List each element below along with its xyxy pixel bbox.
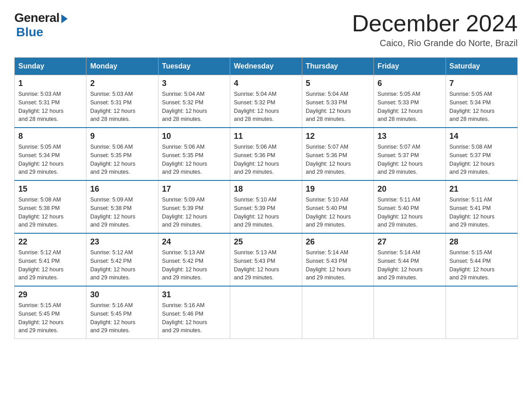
day-number: 19	[306, 184, 370, 194]
calendar-week-3: 15Sunrise: 5:08 AMSunset: 5:38 PMDayligh…	[15, 180, 518, 233]
table-row	[374, 286, 446, 339]
table-row: 6Sunrise: 5:05 AMSunset: 5:33 PMDaylight…	[374, 75, 446, 128]
page-header: General Blue December 2024 Caico, Rio Gr…	[14, 11, 518, 48]
table-row: 1Sunrise: 5:03 AMSunset: 5:31 PMDaylight…	[15, 75, 86, 128]
table-row: 12Sunrise: 5:07 AMSunset: 5:36 PMDayligh…	[302, 128, 373, 180]
header-saturday: Saturday	[446, 58, 517, 75]
header-wednesday: Wednesday	[230, 58, 302, 75]
day-info: Sunrise: 5:04 AMSunset: 5:33 PMDaylight:…	[306, 90, 370, 124]
table-row: 21Sunrise: 5:11 AMSunset: 5:41 PMDayligh…	[446, 180, 517, 233]
table-row: 11Sunrise: 5:06 AMSunset: 5:36 PMDayligh…	[230, 128, 302, 180]
table-row: 19Sunrise: 5:10 AMSunset: 5:40 PMDayligh…	[302, 180, 373, 233]
day-info: Sunrise: 5:12 AMSunset: 5:42 PMDaylight:…	[90, 248, 154, 282]
table-row: 20Sunrise: 5:11 AMSunset: 5:40 PMDayligh…	[374, 180, 446, 233]
calendar-week-1: 1Sunrise: 5:03 AMSunset: 5:31 PMDaylight…	[15, 75, 518, 128]
table-row: 16Sunrise: 5:09 AMSunset: 5:38 PMDayligh…	[86, 180, 158, 233]
table-row: 9Sunrise: 5:06 AMSunset: 5:35 PMDaylight…	[86, 128, 158, 180]
day-info: Sunrise: 5:04 AMSunset: 5:32 PMDaylight:…	[162, 90, 226, 124]
calendar-header-row: SundayMondayTuesdayWednesdayThursdayFrid…	[15, 58, 518, 75]
day-info: Sunrise: 5:16 AMSunset: 5:46 PMDaylight:…	[162, 301, 226, 335]
logo-general-text: General	[14, 11, 60, 25]
table-row: 7Sunrise: 5:05 AMSunset: 5:34 PMDaylight…	[446, 75, 517, 128]
header-sunday: Sunday	[15, 58, 86, 75]
day-number: 11	[234, 132, 298, 141]
day-number: 3	[162, 79, 226, 88]
day-number: 13	[378, 132, 442, 141]
table-row: 2Sunrise: 5:03 AMSunset: 5:31 PMDaylight…	[86, 75, 158, 128]
day-info: Sunrise: 5:08 AMSunset: 5:38 PMDaylight:…	[18, 196, 82, 229]
table-row: 5Sunrise: 5:04 AMSunset: 5:33 PMDaylight…	[302, 75, 373, 128]
table-row: 29Sunrise: 5:15 AMSunset: 5:45 PMDayligh…	[15, 286, 86, 339]
table-row: 14Sunrise: 5:08 AMSunset: 5:37 PMDayligh…	[446, 128, 517, 180]
day-number: 31	[162, 290, 226, 300]
day-number: 14	[450, 132, 514, 141]
table-row: 31Sunrise: 5:16 AMSunset: 5:46 PMDayligh…	[158, 286, 230, 339]
table-row: 30Sunrise: 5:16 AMSunset: 5:45 PMDayligh…	[86, 286, 158, 339]
day-number: 1	[18, 79, 82, 88]
day-info: Sunrise: 5:05 AMSunset: 5:34 PMDaylight:…	[18, 143, 82, 176]
day-number: 15	[18, 184, 82, 194]
title-section: December 2024 Caico, Rio Grande do Norte…	[352, 11, 518, 48]
day-number: 17	[162, 184, 226, 194]
day-number: 18	[234, 184, 298, 194]
day-info: Sunrise: 5:11 AMSunset: 5:41 PMDaylight:…	[450, 196, 514, 229]
day-info: Sunrise: 5:12 AMSunset: 5:41 PMDaylight:…	[18, 248, 82, 282]
table-row: 10Sunrise: 5:06 AMSunset: 5:35 PMDayligh…	[158, 128, 230, 180]
day-number: 28	[450, 237, 514, 247]
day-info: Sunrise: 5:03 AMSunset: 5:31 PMDaylight:…	[90, 90, 154, 124]
table-row: 8Sunrise: 5:05 AMSunset: 5:34 PMDaylight…	[15, 128, 86, 180]
day-number: 30	[90, 290, 154, 300]
day-number: 10	[162, 132, 226, 141]
day-number: 12	[306, 132, 370, 141]
header-thursday: Thursday	[302, 58, 373, 75]
header-friday: Friday	[374, 58, 446, 75]
day-number: 21	[450, 184, 514, 194]
day-info: Sunrise: 5:06 AMSunset: 5:35 PMDaylight:…	[162, 143, 226, 176]
table-row: 13Sunrise: 5:07 AMSunset: 5:37 PMDayligh…	[374, 128, 446, 180]
day-info: Sunrise: 5:08 AMSunset: 5:37 PMDaylight:…	[450, 143, 514, 176]
table-row: 22Sunrise: 5:12 AMSunset: 5:41 PMDayligh…	[15, 233, 86, 286]
day-number: 7	[450, 79, 514, 88]
calendar-week-4: 22Sunrise: 5:12 AMSunset: 5:41 PMDayligh…	[15, 233, 518, 286]
day-number: 9	[90, 132, 154, 141]
table-row	[302, 286, 373, 339]
day-number: 29	[18, 290, 82, 300]
day-info: Sunrise: 5:13 AMSunset: 5:42 PMDaylight:…	[162, 248, 226, 282]
day-number: 27	[378, 237, 442, 247]
day-info: Sunrise: 5:16 AMSunset: 5:45 PMDaylight:…	[90, 301, 154, 335]
table-row: 25Sunrise: 5:13 AMSunset: 5:43 PMDayligh…	[230, 233, 302, 286]
day-info: Sunrise: 5:03 AMSunset: 5:31 PMDaylight:…	[18, 90, 82, 124]
day-number: 8	[18, 132, 82, 141]
day-info: Sunrise: 5:04 AMSunset: 5:32 PMDaylight:…	[234, 90, 298, 124]
logo-arrow-icon	[61, 14, 68, 23]
day-info: Sunrise: 5:13 AMSunset: 5:43 PMDaylight:…	[234, 248, 298, 282]
day-info: Sunrise: 5:15 AMSunset: 5:44 PMDaylight:…	[450, 248, 514, 282]
day-info: Sunrise: 5:06 AMSunset: 5:36 PMDaylight:…	[234, 143, 298, 176]
calendar-week-5: 29Sunrise: 5:15 AMSunset: 5:45 PMDayligh…	[15, 286, 518, 339]
day-number: 5	[306, 79, 370, 88]
table-row: 28Sunrise: 5:15 AMSunset: 5:44 PMDayligh…	[446, 233, 517, 286]
header-tuesday: Tuesday	[158, 58, 230, 75]
main-title: December 2024	[352, 11, 518, 36]
day-number: 25	[234, 237, 298, 247]
day-info: Sunrise: 5:14 AMSunset: 5:44 PMDaylight:…	[378, 248, 442, 282]
day-number: 22	[18, 237, 82, 247]
table-row: 18Sunrise: 5:10 AMSunset: 5:39 PMDayligh…	[230, 180, 302, 233]
day-number: 24	[162, 237, 226, 247]
day-info: Sunrise: 5:10 AMSunset: 5:39 PMDaylight:…	[234, 196, 298, 229]
logo: General Blue	[14, 11, 68, 39]
table-row: 27Sunrise: 5:14 AMSunset: 5:44 PMDayligh…	[374, 233, 446, 286]
subtitle: Caico, Rio Grande do Norte, Brazil	[352, 38, 518, 48]
day-number: 20	[378, 184, 442, 194]
header-monday: Monday	[86, 58, 158, 75]
table-row: 3Sunrise: 5:04 AMSunset: 5:32 PMDaylight…	[158, 75, 230, 128]
day-number: 4	[234, 79, 298, 88]
table-row: 4Sunrise: 5:04 AMSunset: 5:32 PMDaylight…	[230, 75, 302, 128]
day-info: Sunrise: 5:07 AMSunset: 5:37 PMDaylight:…	[378, 143, 442, 176]
day-number: 26	[306, 237, 370, 247]
day-info: Sunrise: 5:05 AMSunset: 5:34 PMDaylight:…	[450, 90, 514, 124]
day-info: Sunrise: 5:07 AMSunset: 5:36 PMDaylight:…	[306, 143, 370, 176]
day-info: Sunrise: 5:11 AMSunset: 5:40 PMDaylight:…	[378, 196, 442, 229]
day-number: 6	[378, 79, 442, 88]
day-info: Sunrise: 5:06 AMSunset: 5:35 PMDaylight:…	[90, 143, 154, 176]
